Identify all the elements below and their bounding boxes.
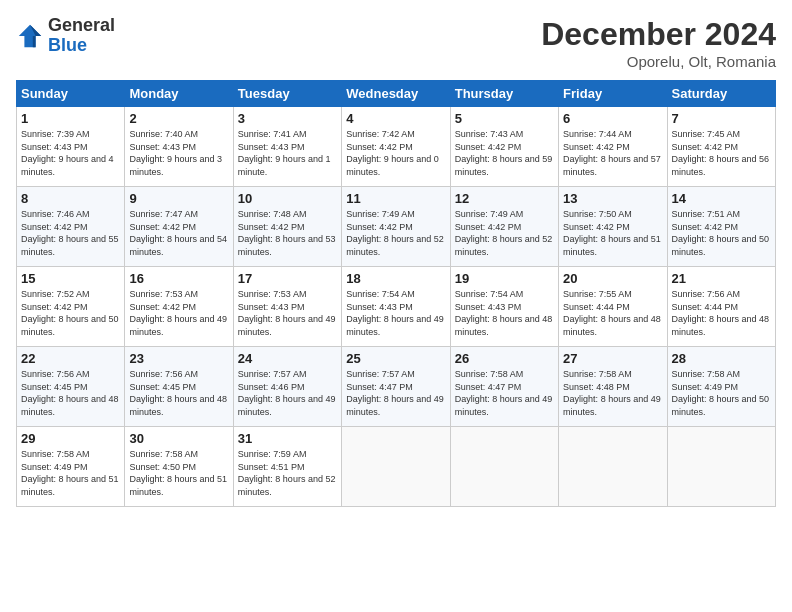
month-title: December 2024 — [541, 16, 776, 53]
day-number: 11 — [346, 191, 445, 206]
day-number: 2 — [129, 111, 228, 126]
day-info: Sunrise: 7:50 AM Sunset: 4:42 PM Dayligh… — [563, 209, 661, 257]
calendar-day-cell: 31 Sunrise: 7:59 AM Sunset: 4:51 PM Dayl… — [233, 427, 341, 507]
day-number: 18 — [346, 271, 445, 286]
day-info: Sunrise: 7:56 AM Sunset: 4:45 PM Dayligh… — [129, 369, 227, 417]
day-info: Sunrise: 7:46 AM Sunset: 4:42 PM Dayligh… — [21, 209, 119, 257]
day-info: Sunrise: 7:55 AM Sunset: 4:44 PM Dayligh… — [563, 289, 661, 337]
day-number: 26 — [455, 351, 554, 366]
calendar-day-cell: 9 Sunrise: 7:47 AM Sunset: 4:42 PM Dayli… — [125, 187, 233, 267]
day-number: 9 — [129, 191, 228, 206]
calendar-week-row: 22 Sunrise: 7:56 AM Sunset: 4:45 PM Dayl… — [17, 347, 776, 427]
day-info: Sunrise: 7:54 AM Sunset: 4:43 PM Dayligh… — [455, 289, 553, 337]
day-info: Sunrise: 7:53 AM Sunset: 4:42 PM Dayligh… — [129, 289, 227, 337]
day-info: Sunrise: 7:57 AM Sunset: 4:46 PM Dayligh… — [238, 369, 336, 417]
calendar-week-row: 1 Sunrise: 7:39 AM Sunset: 4:43 PM Dayli… — [17, 107, 776, 187]
calendar-day-cell: 18 Sunrise: 7:54 AM Sunset: 4:43 PM Dayl… — [342, 267, 450, 347]
calendar-day-cell: 11 Sunrise: 7:49 AM Sunset: 4:42 PM Dayl… — [342, 187, 450, 267]
weekday-header: Tuesday — [233, 81, 341, 107]
day-number: 31 — [238, 431, 337, 446]
calendar-day-cell: 28 Sunrise: 7:58 AM Sunset: 4:49 PM Dayl… — [667, 347, 775, 427]
day-number: 17 — [238, 271, 337, 286]
page-header: General Blue December 2024 Oporelu, Olt,… — [16, 16, 776, 70]
day-number: 19 — [455, 271, 554, 286]
calendar-day-cell: 15 Sunrise: 7:52 AM Sunset: 4:42 PM Dayl… — [17, 267, 125, 347]
day-info: Sunrise: 7:45 AM Sunset: 4:42 PM Dayligh… — [672, 129, 770, 177]
calendar-day-cell: 24 Sunrise: 7:57 AM Sunset: 4:46 PM Dayl… — [233, 347, 341, 427]
day-info: Sunrise: 7:48 AM Sunset: 4:42 PM Dayligh… — [238, 209, 336, 257]
calendar-week-row: 15 Sunrise: 7:52 AM Sunset: 4:42 PM Dayl… — [17, 267, 776, 347]
day-number: 20 — [563, 271, 662, 286]
day-number: 25 — [346, 351, 445, 366]
calendar-day-cell: 13 Sunrise: 7:50 AM Sunset: 4:42 PM Dayl… — [559, 187, 667, 267]
calendar-table: SundayMondayTuesdayWednesdayThursdayFrid… — [16, 80, 776, 507]
calendar-day-cell — [342, 427, 450, 507]
day-info: Sunrise: 7:58 AM Sunset: 4:49 PM Dayligh… — [672, 369, 770, 417]
calendar-day-cell: 6 Sunrise: 7:44 AM Sunset: 4:42 PM Dayli… — [559, 107, 667, 187]
weekday-header: Thursday — [450, 81, 558, 107]
calendar-day-cell: 30 Sunrise: 7:58 AM Sunset: 4:50 PM Dayl… — [125, 427, 233, 507]
calendar-day-cell: 20 Sunrise: 7:55 AM Sunset: 4:44 PM Dayl… — [559, 267, 667, 347]
day-info: Sunrise: 7:51 AM Sunset: 4:42 PM Dayligh… — [672, 209, 770, 257]
title-block: December 2024 Oporelu, Olt, Romania — [541, 16, 776, 70]
calendar-body: 1 Sunrise: 7:39 AM Sunset: 4:43 PM Dayli… — [17, 107, 776, 507]
day-number: 5 — [455, 111, 554, 126]
day-info: Sunrise: 7:49 AM Sunset: 4:42 PM Dayligh… — [346, 209, 444, 257]
day-number: 8 — [21, 191, 120, 206]
weekday-header: Friday — [559, 81, 667, 107]
logo-general-text: General — [48, 16, 115, 36]
calendar-day-cell: 7 Sunrise: 7:45 AM Sunset: 4:42 PM Dayli… — [667, 107, 775, 187]
calendar-day-cell — [667, 427, 775, 507]
day-info: Sunrise: 7:58 AM Sunset: 4:47 PM Dayligh… — [455, 369, 553, 417]
day-info: Sunrise: 7:41 AM Sunset: 4:43 PM Dayligh… — [238, 129, 331, 177]
day-info: Sunrise: 7:49 AM Sunset: 4:42 PM Dayligh… — [455, 209, 553, 257]
calendar-day-cell: 4 Sunrise: 7:42 AM Sunset: 4:42 PM Dayli… — [342, 107, 450, 187]
day-number: 21 — [672, 271, 771, 286]
day-info: Sunrise: 7:42 AM Sunset: 4:42 PM Dayligh… — [346, 129, 439, 177]
day-number: 13 — [563, 191, 662, 206]
day-info: Sunrise: 7:56 AM Sunset: 4:45 PM Dayligh… — [21, 369, 119, 417]
day-number: 15 — [21, 271, 120, 286]
day-info: Sunrise: 7:53 AM Sunset: 4:43 PM Dayligh… — [238, 289, 336, 337]
calendar-day-cell: 8 Sunrise: 7:46 AM Sunset: 4:42 PM Dayli… — [17, 187, 125, 267]
day-info: Sunrise: 7:54 AM Sunset: 4:43 PM Dayligh… — [346, 289, 444, 337]
weekday-header: Monday — [125, 81, 233, 107]
day-number: 24 — [238, 351, 337, 366]
calendar-day-cell: 29 Sunrise: 7:58 AM Sunset: 4:49 PM Dayl… — [17, 427, 125, 507]
calendar-day-cell — [450, 427, 558, 507]
day-number: 29 — [21, 431, 120, 446]
day-info: Sunrise: 7:58 AM Sunset: 4:50 PM Dayligh… — [129, 449, 227, 497]
calendar-day-cell — [559, 427, 667, 507]
day-info: Sunrise: 7:44 AM Sunset: 4:42 PM Dayligh… — [563, 129, 661, 177]
calendar-day-cell: 2 Sunrise: 7:40 AM Sunset: 4:43 PM Dayli… — [125, 107, 233, 187]
logo-icon — [16, 22, 44, 50]
day-number: 1 — [21, 111, 120, 126]
day-info: Sunrise: 7:58 AM Sunset: 4:48 PM Dayligh… — [563, 369, 661, 417]
calendar-day-cell: 27 Sunrise: 7:58 AM Sunset: 4:48 PM Dayl… — [559, 347, 667, 427]
day-number: 12 — [455, 191, 554, 206]
weekday-header: Wednesday — [342, 81, 450, 107]
calendar-day-cell: 17 Sunrise: 7:53 AM Sunset: 4:43 PM Dayl… — [233, 267, 341, 347]
calendar-day-cell: 19 Sunrise: 7:54 AM Sunset: 4:43 PM Dayl… — [450, 267, 558, 347]
calendar-day-cell: 14 Sunrise: 7:51 AM Sunset: 4:42 PM Dayl… — [667, 187, 775, 267]
calendar-day-cell: 22 Sunrise: 7:56 AM Sunset: 4:45 PM Dayl… — [17, 347, 125, 427]
weekday-row: SundayMondayTuesdayWednesdayThursdayFrid… — [17, 81, 776, 107]
logo-blue-text: Blue — [48, 36, 115, 56]
calendar-week-row: 29 Sunrise: 7:58 AM Sunset: 4:49 PM Dayl… — [17, 427, 776, 507]
calendar-day-cell: 1 Sunrise: 7:39 AM Sunset: 4:43 PM Dayli… — [17, 107, 125, 187]
calendar-day-cell: 26 Sunrise: 7:58 AM Sunset: 4:47 PM Dayl… — [450, 347, 558, 427]
day-info: Sunrise: 7:47 AM Sunset: 4:42 PM Dayligh… — [129, 209, 227, 257]
day-number: 14 — [672, 191, 771, 206]
calendar-day-cell: 5 Sunrise: 7:43 AM Sunset: 4:42 PM Dayli… — [450, 107, 558, 187]
day-number: 28 — [672, 351, 771, 366]
calendar-day-cell: 25 Sunrise: 7:57 AM Sunset: 4:47 PM Dayl… — [342, 347, 450, 427]
calendar-day-cell: 10 Sunrise: 7:48 AM Sunset: 4:42 PM Dayl… — [233, 187, 341, 267]
weekday-header: Sunday — [17, 81, 125, 107]
day-info: Sunrise: 7:43 AM Sunset: 4:42 PM Dayligh… — [455, 129, 553, 177]
calendar-day-cell: 23 Sunrise: 7:56 AM Sunset: 4:45 PM Dayl… — [125, 347, 233, 427]
day-number: 30 — [129, 431, 228, 446]
weekday-header: Saturday — [667, 81, 775, 107]
day-number: 3 — [238, 111, 337, 126]
day-number: 6 — [563, 111, 662, 126]
day-info: Sunrise: 7:52 AM Sunset: 4:42 PM Dayligh… — [21, 289, 119, 337]
